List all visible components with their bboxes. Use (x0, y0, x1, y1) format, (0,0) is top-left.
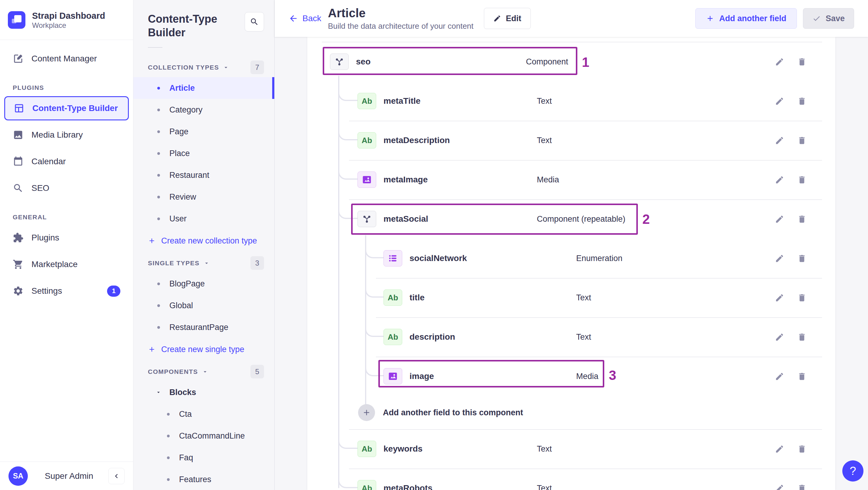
avatar[interactable]: SA (8, 466, 28, 486)
delete-field-button[interactable] (795, 441, 809, 456)
text-field-icon: Ab (358, 93, 376, 109)
bullet-icon (167, 456, 170, 459)
field-type: Text (537, 444, 552, 454)
sidebar-item-global[interactable]: Global (133, 295, 274, 316)
sidebar-item-blogpage[interactable]: BlogPage (133, 273, 274, 295)
sidebar-item-content-type-builder[interactable]: Content-Type Builder (4, 96, 129, 120)
plus-icon (362, 408, 371, 417)
edit-field-button[interactable] (772, 369, 787, 384)
delete-field-button[interactable] (795, 290, 809, 305)
pencil-icon (775, 332, 784, 342)
edit-field-button[interactable] (772, 173, 787, 187)
edit-field-button[interactable] (772, 133, 787, 148)
delete-field-button[interactable] (795, 94, 809, 108)
sidebar-item-media-library[interactable]: Media Library (4, 123, 129, 147)
field-type: Text (537, 96, 552, 106)
sidebar-item-settings[interactable]: Settings 1 (4, 279, 129, 303)
add-field-label[interactable]: Add another field to this component (383, 408, 523, 418)
sidebar-item-calendar[interactable]: Calendar (4, 149, 129, 174)
pencil-icon (775, 372, 784, 381)
sidebar-item-marketplace[interactable]: Marketplace (4, 252, 129, 276)
sidebar-item-seo[interactable]: SEO (4, 176, 129, 200)
edit-field-button[interactable] (772, 212, 787, 226)
sidebar-item-content-manager[interactable]: Content Manager (4, 47, 129, 71)
sidebar-item-plugins[interactable]: Plugins (4, 226, 129, 250)
edit-field-button[interactable] (772, 251, 787, 266)
annotation-number-2: 2 (642, 212, 650, 227)
delete-field-button[interactable] (795, 369, 809, 384)
component-field-icon (330, 54, 349, 70)
sidebar-item-restaurantpage[interactable]: RestaurantPage (133, 316, 274, 338)
nav-section-plugins: PLUGINS (4, 84, 129, 91)
table-row-image: image Media (307, 357, 835, 396)
field-name: title (409, 293, 425, 303)
collapse-sidebar-button[interactable] (108, 468, 125, 484)
sidebar-item-review[interactable]: Review (133, 186, 274, 208)
bullet-icon (167, 435, 170, 437)
bullet-icon (157, 217, 160, 220)
delete-field-button[interactable] (795, 481, 809, 490)
edit-field-button[interactable] (772, 94, 787, 108)
sidebar-item-article[interactable]: Article (133, 77, 274, 99)
edit-button[interactable]: Edit (484, 8, 531, 29)
arrow-left-icon (288, 13, 298, 23)
delete-field-button[interactable] (795, 330, 809, 344)
content-type-builder-sidebar: Content-Type Builder COLLECTION TYPES 7 … (133, 0, 275, 490)
collection-types-header[interactable]: COLLECTION TYPES 7 (133, 61, 274, 74)
components-header[interactable]: COMPONENTS 5 (133, 365, 274, 378)
sidebar-category-blocks[interactable]: Blocks (133, 381, 274, 403)
delete-field-button[interactable] (795, 173, 809, 187)
component-field-icon (358, 211, 376, 227)
sidebar-item-place[interactable]: Place (133, 143, 274, 164)
search-icon (13, 183, 24, 193)
search-button[interactable] (245, 12, 264, 31)
edit-field-button[interactable] (772, 290, 787, 305)
settings-notification-badge: 1 (107, 285, 120, 297)
delete-field-button[interactable] (795, 55, 809, 69)
pencil-icon (775, 484, 784, 490)
delete-field-button[interactable] (795, 251, 809, 266)
single-types-header[interactable]: SINGLE TYPES 3 (133, 256, 274, 270)
bullet-icon (157, 326, 160, 329)
delete-field-button[interactable] (795, 133, 809, 148)
sidebar-item-restaurant[interactable]: Restaurant (133, 164, 274, 186)
sidebar-item-cta[interactable]: Cta (133, 403, 274, 425)
text-field-icon: Ab (358, 132, 376, 149)
edit-field-button[interactable] (772, 55, 787, 69)
user-footer: SA Super Admin (0, 462, 133, 490)
table-row-description: Ab description Text (307, 317, 835, 357)
help-button[interactable]: ? (842, 460, 864, 482)
create-collection-type-link[interactable]: Create new collection type (133, 229, 274, 252)
bullet-icon (157, 196, 160, 198)
workspace-title: Strapi Dashboard (32, 10, 105, 21)
chevron-down-icon (155, 389, 161, 395)
field-type: Text (576, 293, 591, 303)
sidebar-item-features[interactable]: Features (133, 468, 274, 490)
field-type: Media (537, 175, 559, 184)
create-single-type-link[interactable]: Create new single type (133, 338, 274, 361)
media-field-icon (383, 368, 402, 385)
back-link[interactable]: Back (288, 13, 321, 23)
bullet-icon (157, 109, 160, 111)
table-row-socialnetwork: socialNetwork Enumeration (307, 239, 835, 278)
table-row-metadescription: Ab metaDescription Text (307, 121, 835, 160)
layout-icon (13, 103, 25, 114)
workspace-subtitle: Workplace (32, 21, 105, 30)
save-button[interactable]: Save (803, 8, 854, 29)
add-another-field-button[interactable]: Add another field (695, 8, 797, 29)
trash-icon (797, 175, 807, 184)
delete-field-button[interactable] (795, 212, 809, 226)
field-type: Text (537, 136, 552, 145)
sidebar-item-ctacommandline[interactable]: CtaCommandLine (133, 425, 274, 447)
sidebar-item-page[interactable]: Page (133, 121, 274, 143)
edit-field-button[interactable] (772, 330, 787, 344)
trash-icon (797, 96, 807, 106)
sidebar-item-user[interactable]: User (133, 208, 274, 229)
edit-field-button[interactable] (772, 481, 787, 490)
add-field-to-component-button[interactable] (358, 404, 375, 421)
edit-field-button[interactable] (772, 441, 787, 456)
sidebar-item-faq[interactable]: Faq (133, 447, 274, 468)
check-icon (812, 14, 821, 23)
title-block: Article Build the data architecture of y… (328, 6, 473, 31)
sidebar-item-category[interactable]: Category (133, 99, 274, 121)
